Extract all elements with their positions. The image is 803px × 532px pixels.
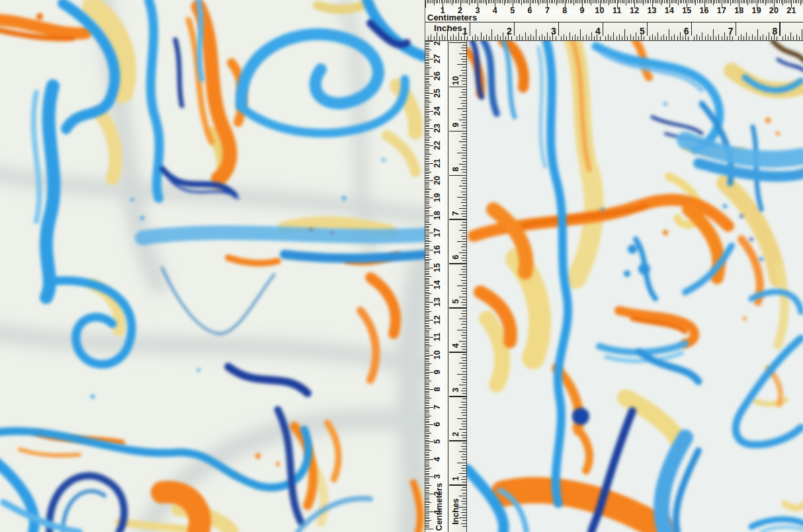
ruler-tick <box>478 36 478 41</box>
cm-number: 12 <box>433 315 442 324</box>
ruler-tick <box>425 280 429 280</box>
ruler-tick <box>425 149 429 150</box>
ruler-tick <box>425 465 429 465</box>
ruler-tick <box>475 34 476 40</box>
ruler-tick <box>462 305 467 305</box>
ruler-tick <box>697 0 698 3</box>
ruler-tick <box>461 180 467 181</box>
cm-number: 22 <box>433 141 442 150</box>
ruler-tick <box>481 0 482 3</box>
ruler-tick <box>757 29 758 40</box>
ruler-tick <box>425 116 429 117</box>
ruler-tick <box>767 0 767 3</box>
ruler-tick <box>425 109 429 110</box>
ruler-tick <box>583 36 583 41</box>
ruler-tick <box>425 340 429 341</box>
ruler-tick <box>459 164 467 165</box>
cm-number: 6 <box>433 422 442 426</box>
ruler-tick <box>779 22 781 36</box>
cm-number: 10 <box>595 6 604 15</box>
ruler-tick <box>577 36 578 41</box>
ruler-tick <box>425 517 429 517</box>
ruler-tick <box>462 183 467 184</box>
ruler-tick <box>459 363 467 363</box>
horizontal-ruler-inch-scale: Inches 12345678 <box>425 22 803 41</box>
ruler-tick <box>425 210 429 211</box>
ruler-tick <box>459 496 467 496</box>
ruler-tick <box>461 70 467 71</box>
ruler-tick <box>462 510 467 510</box>
ruler-tick <box>459 208 467 209</box>
ruler-tick <box>425 112 429 113</box>
ruler-tick <box>636 32 636 40</box>
ruler-tick <box>746 0 747 3</box>
ruler-tick <box>449 440 466 441</box>
ruler-tick <box>425 226 429 227</box>
ruler-tick <box>699 0 700 3</box>
ruler-tick <box>425 428 429 428</box>
ruler-tick <box>716 36 716 41</box>
ruler-tick <box>708 34 708 40</box>
ruler-tick <box>655 36 655 41</box>
ruler-tick <box>461 36 462 41</box>
ruler-tick <box>489 0 490 3</box>
ruler-tick <box>752 34 753 40</box>
ruler-tick <box>425 118 429 118</box>
cm-number: 8 <box>562 6 567 15</box>
ruler-tick <box>459 473 467 474</box>
ruler-tick <box>540 0 541 3</box>
ruler-tick <box>459 54 467 54</box>
ruler-tick <box>500 36 501 41</box>
ruler-tick <box>447 29 448 40</box>
ruler-tick <box>532 0 532 3</box>
cm-number: 21 <box>433 159 442 168</box>
ruler-tick <box>763 34 763 40</box>
ruler-tick <box>633 0 634 3</box>
ruler-tick <box>462 471 467 471</box>
ruler-tick <box>514 0 515 3</box>
ruler-tick <box>439 0 440 3</box>
ruler-tick <box>462 382 467 383</box>
ruler-tick <box>425 104 429 104</box>
ruler-tick <box>425 125 429 126</box>
ruler-tick <box>425 457 429 458</box>
ruler-tick <box>461 412 467 413</box>
ruler-tick <box>462 133 467 134</box>
ruler-tick <box>661 0 661 5</box>
ruler-tick <box>790 0 790 3</box>
cm-number: 1 <box>433 509 442 513</box>
ruler-tick <box>462 277 467 278</box>
ruler-tick <box>560 0 560 3</box>
ruler-tick <box>595 0 595 3</box>
ruler-tick <box>480 0 480 3</box>
ruler-tick <box>505 0 506 3</box>
cm-number: 3 <box>476 6 480 15</box>
ruler-tick <box>425 405 429 406</box>
ruler-tick <box>462 216 467 217</box>
ruler-tick <box>457 197 467 198</box>
ruler-tick <box>462 111 467 112</box>
ruler-tick <box>683 0 684 3</box>
cm-number: 12 <box>630 6 639 15</box>
ruler-tick <box>566 0 567 3</box>
ruler-tick <box>425 63 429 64</box>
ruler-tick <box>425 184 429 184</box>
ruler-tick <box>657 0 657 3</box>
ruler-tick <box>525 32 526 40</box>
ruler-tick <box>457 241 467 242</box>
ruler-tick <box>614 0 614 3</box>
ruler-tick <box>796 0 797 3</box>
ruler-tick <box>425 262 429 263</box>
ruler-tick <box>425 520 431 521</box>
ruler-tick <box>629 0 630 3</box>
ruler-tick <box>538 0 539 5</box>
ruler-tick <box>457 64 467 65</box>
ruler-tick <box>441 0 442 3</box>
ruler-tick <box>425 463 429 463</box>
ruler-tick <box>535 0 536 3</box>
ruler-tick <box>425 81 429 82</box>
ruler-tick <box>425 137 431 137</box>
ruler-tick <box>505 36 506 41</box>
ruler-tick <box>462 399 467 399</box>
ruler-tick <box>425 126 429 127</box>
